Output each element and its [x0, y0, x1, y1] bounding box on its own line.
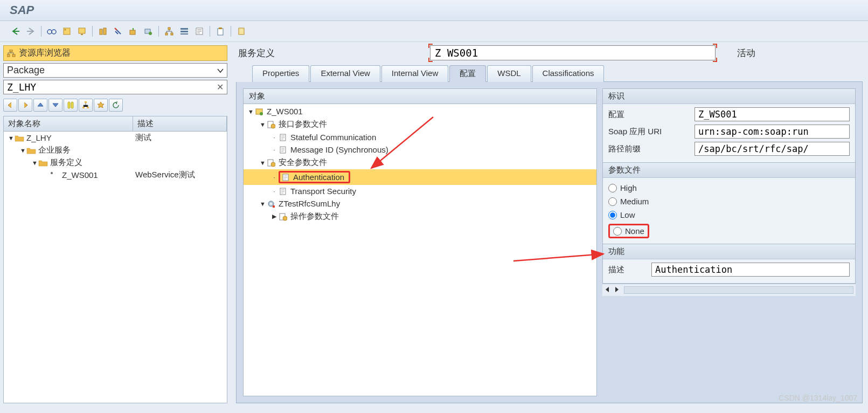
forward-button[interactable]	[25, 25, 37, 37]
field-row: Soap 应用 URI	[608, 125, 850, 139]
section-title: 参数文件	[603, 163, 855, 178]
svg-rect-7	[130, 30, 135, 35]
expand-icon[interactable]: ▼	[32, 160, 37, 166]
focus-corner	[428, 58, 433, 62]
glasses-icon[interactable]	[46, 25, 58, 37]
object-label: Stateful Communication	[290, 133, 376, 142]
enhance-icon[interactable]	[97, 25, 109, 37]
folder-icon	[26, 147, 36, 154]
other-object-icon[interactable]	[76, 25, 88, 37]
expand-icon[interactable]: ▶	[272, 213, 277, 220]
section-title: 标识	[603, 89, 855, 104]
svg-point-41	[270, 203, 272, 205]
service-def-input[interactable]	[430, 45, 716, 60]
expand-icon[interactable]: ▼	[20, 147, 25, 154]
nav-up-button[interactable]	[33, 99, 47, 112]
desc-input[interactable]	[651, 263, 850, 277]
radio-row-high[interactable]: High	[608, 181, 850, 195]
service-def-input-wrap	[430, 45, 716, 60]
radio-input[interactable]	[608, 197, 617, 206]
favorite-button[interactable]	[94, 99, 108, 112]
object-row[interactable]: ▼ZTestRfcSumLhy	[244, 197, 596, 210]
separator	[210, 26, 210, 37]
field-input[interactable]	[695, 125, 850, 139]
package-input[interactable]	[7, 81, 217, 93]
document-icon[interactable]	[235, 25, 247, 37]
item-icon	[50, 171, 60, 179]
object-row[interactable]: ▼安全参数文件	[244, 156, 596, 169]
radio-input[interactable]	[608, 211, 617, 219]
nav-back-button[interactable]	[3, 99, 17, 112]
clear-icon[interactable]: ✕	[217, 82, 224, 92]
radio-row-none[interactable]: None	[608, 222, 850, 240]
radio-row-medium[interactable]: Medium	[608, 195, 850, 208]
object-row[interactable]: ·Message ID (Synchronous)	[244, 143, 596, 156]
tree-desc: WebService测试	[133, 170, 227, 180]
manual-icon[interactable]	[193, 25, 205, 37]
nav-down-button[interactable]	[48, 99, 63, 112]
tree-row[interactable]: ▼Z_LHY测试	[4, 132, 227, 144]
display-icon[interactable]	[61, 25, 73, 37]
package-type-value: Package	[7, 65, 45, 76]
main-toolbar	[0, 21, 868, 42]
scroll-left-button[interactable]	[605, 286, 612, 294]
hierarchy-icon[interactable]	[178, 25, 190, 37]
activate-icon[interactable]	[127, 25, 139, 37]
expand-icon[interactable]: ▼	[248, 108, 253, 115]
nav-forward-button[interactable]	[18, 99, 32, 112]
expand-icon[interactable]: ·	[272, 188, 277, 195]
where-used-icon[interactable]	[163, 25, 175, 37]
object-row[interactable]: ▶操作参数文件	[244, 210, 596, 223]
svg-point-1	[52, 30, 56, 34]
tab-properties[interactable]: Properties	[252, 65, 309, 82]
tree-row[interactable]: Z_WS001WebService测试	[4, 169, 227, 181]
separator	[41, 26, 41, 37]
package-type-select[interactable]: Package	[3, 63, 227, 78]
tab-配置[interactable]: 配置	[449, 65, 486, 82]
object-row[interactable]: ·Authentication	[244, 169, 596, 185]
svg-rect-17	[218, 29, 223, 35]
expand-icon[interactable]: ▼	[260, 121, 265, 128]
folder-icon	[15, 134, 24, 142]
field-input[interactable]	[695, 107, 850, 121]
tab-classifications[interactable]: Classifications	[532, 65, 605, 82]
expand-icon[interactable]: ▼	[260, 201, 265, 207]
tree-button[interactable]	[79, 99, 93, 112]
field-input[interactable]	[695, 142, 850, 156]
focus-corner	[713, 58, 717, 62]
object-row[interactable]: ▼Z_WS001	[244, 105, 596, 118]
radio-input[interactable]	[613, 227, 622, 236]
object-row[interactable]: ·Transport Security	[244, 185, 596, 197]
svg-point-31	[260, 112, 263, 115]
back-button[interactable]	[10, 25, 22, 37]
tab-internal-view[interactable]: Internal View	[381, 65, 448, 82]
radio-row-low[interactable]: Low	[608, 208, 850, 222]
separator	[92, 26, 93, 37]
test-icon[interactable]	[142, 25, 154, 37]
expand-icon[interactable]: ·	[272, 147, 277, 153]
radio-input[interactable]	[608, 184, 617, 192]
expand-icon[interactable]: ·	[272, 134, 277, 141]
scroll-track[interactable]	[624, 286, 853, 294]
expand-icon[interactable]: ·	[272, 174, 277, 181]
refresh-button[interactable]	[109, 99, 123, 112]
repository-panel: 资源库浏览器 Package ✕ 对象名称 描述 ▼Z_LHY测试▼企业服务▼服…	[0, 42, 231, 407]
field-label: 配置	[608, 109, 695, 120]
scroll-right-button[interactable]	[614, 286, 622, 294]
tab-external-view[interactable]: External View	[310, 65, 380, 82]
tree-row[interactable]: ▼服务定义	[4, 156, 227, 169]
clipboard-icon[interactable]	[214, 25, 226, 37]
tree-row[interactable]: ▼企业服务	[4, 144, 227, 156]
object-label: Z_WS001	[267, 107, 303, 116]
object-header: 对象	[244, 89, 596, 104]
find-button[interactable]	[64, 99, 78, 112]
object-row[interactable]: ▼接口参数文件	[244, 118, 596, 131]
doc-icon	[279, 133, 288, 142]
object-row[interactable]: ·Stateful Communication	[244, 131, 596, 143]
expand-icon[interactable]: ▼	[8, 135, 13, 141]
svg-point-44	[283, 216, 287, 221]
object-tree-body: ▼Z_WS001▼接口参数文件·Stateful Communication·M…	[244, 104, 596, 396]
check-icon[interactable]	[112, 25, 124, 37]
tab-wsdl[interactable]: WSDL	[487, 65, 531, 82]
expand-icon[interactable]: ▼	[260, 160, 265, 166]
